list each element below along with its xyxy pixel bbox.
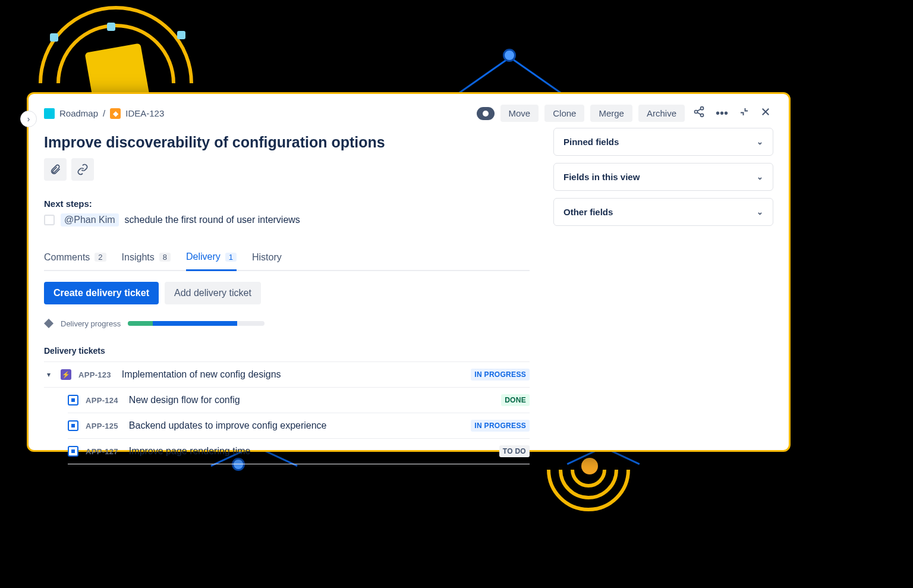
- fields-in-view-panel[interactable]: Fields in this view ⌄: [553, 163, 773, 191]
- attach-button[interactable]: [44, 158, 67, 181]
- story-icon: [68, 420, 78, 431]
- epic-icon: ⚡: [61, 369, 71, 380]
- other-fields-panel[interactable]: Other fields ⌄: [553, 198, 773, 226]
- tab-count: 2: [95, 253, 106, 262]
- decor-node: [503, 49, 516, 62]
- tab-label: History: [252, 252, 282, 263]
- tab-count: 8: [159, 253, 171, 262]
- tab-label: Delivery: [186, 251, 221, 262]
- tab-delivery[interactable]: Delivery 1: [186, 247, 237, 271]
- merge-button[interactable]: Merge: [590, 105, 632, 122]
- decor-node: [177, 31, 185, 39]
- ticket-row[interactable]: APP-127Improve page rendering timeTO DO: [68, 439, 530, 464]
- clone-button[interactable]: Clone: [544, 105, 584, 122]
- ticket-summary: Implementation of new config designs: [122, 369, 281, 380]
- ticket-key: APP-124: [86, 396, 118, 405]
- panel-title: Fields in this view: [563, 172, 640, 182]
- watch-icon[interactable]: [477, 107, 495, 120]
- delivery-progress: Delivery progress: [44, 319, 530, 328]
- svg-line-3: [697, 109, 701, 111]
- close-icon[interactable]: [758, 104, 773, 122]
- ticket-status: TO DO: [499, 445, 530, 457]
- roadmap-icon: [44, 108, 55, 119]
- pinned-fields-panel[interactable]: Pinned fields ⌄: [553, 128, 773, 156]
- chevron-down-icon[interactable]: ▾: [44, 370, 53, 379]
- chevron-down-icon: ⌄: [757, 172, 763, 181]
- story-icon: [68, 446, 78, 457]
- next-step-text: schedule the first round of user intervi…: [125, 215, 300, 225]
- tab-history[interactable]: History: [252, 247, 282, 270]
- share-icon[interactable]: [691, 103, 707, 123]
- breadcrumb-sep: /: [103, 108, 105, 118]
- move-button[interactable]: Move: [500, 105, 539, 122]
- next-step-item[interactable]: @Phan Kim schedule the first round of us…: [44, 213, 530, 227]
- panel-title: Other fields: [563, 207, 613, 217]
- breadcrumb-root[interactable]: Roadmap: [59, 108, 98, 118]
- tab-count: 1: [225, 253, 237, 262]
- decor-node: [107, 23, 115, 31]
- issue-dialog: › Roadmap / ◆ IDEA-123 Move Clone Merge …: [27, 92, 791, 452]
- svg-point-1: [694, 111, 697, 114]
- ticket-summary: New design flow for config: [129, 395, 240, 405]
- ticket-row[interactable]: APP-124New design flow for configDONE: [68, 388, 530, 413]
- checkbox[interactable]: [44, 215, 55, 225]
- ticket-status: IN PROGRESS: [471, 420, 530, 432]
- progress-label: Delivery progress: [61, 319, 121, 328]
- tab-comments[interactable]: Comments 2: [44, 247, 106, 270]
- expand-handle[interactable]: ›: [20, 111, 37, 127]
- panel-title: Pinned fields: [563, 137, 619, 147]
- ticket-key: APP-125: [86, 422, 118, 430]
- collapse-icon[interactable]: [736, 104, 752, 122]
- ticket-row[interactable]: APP-125Backend updates to improve config…: [68, 413, 530, 439]
- breadcrumb: Roadmap / ◆ IDEA-123: [44, 108, 164, 119]
- chevron-down-icon: ⌄: [757, 207, 763, 216]
- ticket-status: DONE: [501, 394, 530, 406]
- tabs: Comments 2 Insights 8 Delivery 1 History: [44, 247, 530, 271]
- delivery-tickets-label: Delivery tickets: [44, 346, 530, 356]
- decor-line: [456, 56, 511, 96]
- story-icon: [68, 395, 78, 405]
- progress-bar: [128, 321, 265, 326]
- progress-icon: [44, 319, 53, 328]
- decor-node: [50, 33, 58, 42]
- issue-title[interactable]: Improve discoverability of configuration…: [44, 134, 530, 151]
- ticket-summary: Improve page rendering time: [129, 446, 251, 457]
- next-steps-label: Next steps:: [44, 199, 530, 209]
- svg-point-2: [700, 114, 703, 117]
- add-delivery-ticket-button[interactable]: Add delivery ticket: [165, 282, 261, 304]
- ticket-key: APP-127: [86, 447, 118, 456]
- breadcrumb-issue[interactable]: IDEA-123: [125, 108, 164, 118]
- svg-line-4: [697, 112, 701, 114]
- link-button[interactable]: [71, 158, 94, 181]
- ticket-key: APP-123: [78, 370, 111, 379]
- user-mention[interactable]: @Phan Kim: [61, 213, 119, 227]
- ticket-status: IN PROGRESS: [471, 369, 530, 381]
- tab-label: Comments: [44, 252, 90, 263]
- ticket-row[interactable]: ▾⚡APP-123Implementation of new config de…: [44, 361, 530, 388]
- tab-insights[interactable]: Insights 8: [122, 247, 171, 270]
- idea-type-icon: ◆: [110, 108, 121, 119]
- ticket-summary: Backend updates to improve config experi…: [129, 420, 327, 431]
- decor-line: [509, 56, 564, 96]
- chevron-down-icon: ⌄: [757, 137, 763, 146]
- more-icon[interactable]: •••: [713, 104, 731, 122]
- svg-point-0: [700, 107, 703, 110]
- archive-button[interactable]: Archive: [638, 105, 685, 122]
- tab-label: Insights: [122, 252, 155, 263]
- create-delivery-ticket-button[interactable]: Create delivery ticket: [44, 282, 159, 304]
